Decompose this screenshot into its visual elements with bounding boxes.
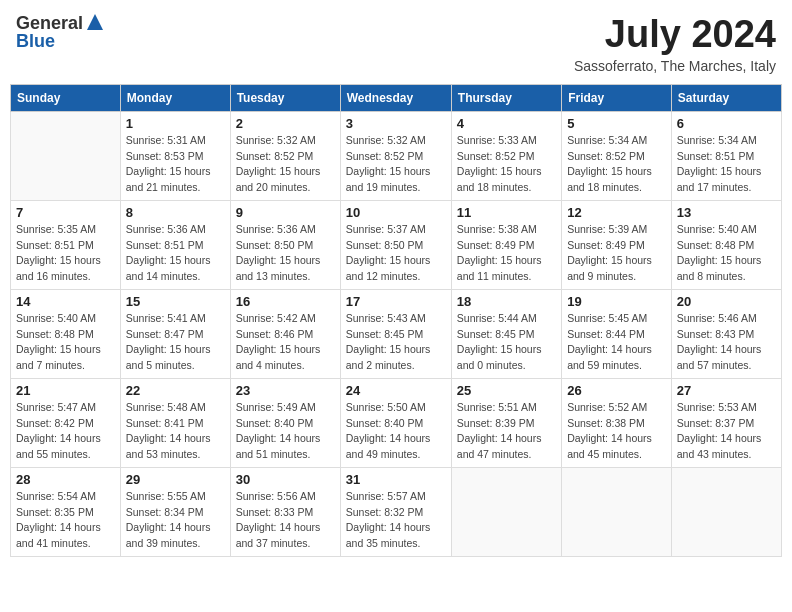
calendar-cell xyxy=(562,467,672,556)
day-number: 30 xyxy=(236,472,335,487)
calendar-cell: 7Sunrise: 5:35 AM Sunset: 8:51 PM Daylig… xyxy=(11,200,121,289)
day-number: 17 xyxy=(346,294,446,309)
day-number: 28 xyxy=(16,472,115,487)
day-number: 31 xyxy=(346,472,446,487)
day-detail: Sunrise: 5:48 AM Sunset: 8:41 PM Dayligh… xyxy=(126,400,225,463)
calendar-week-row: 21Sunrise: 5:47 AM Sunset: 8:42 PM Dayli… xyxy=(11,378,782,467)
calendar-cell xyxy=(671,467,781,556)
calendar-cell: 22Sunrise: 5:48 AM Sunset: 8:41 PM Dayli… xyxy=(120,378,230,467)
day-detail: Sunrise: 5:50 AM Sunset: 8:40 PM Dayligh… xyxy=(346,400,446,463)
calendar-cell: 26Sunrise: 5:52 AM Sunset: 8:38 PM Dayli… xyxy=(562,378,672,467)
day-number: 14 xyxy=(16,294,115,309)
column-header-tuesday: Tuesday xyxy=(230,84,340,111)
calendar-cell xyxy=(11,111,121,200)
logo-blue: Blue xyxy=(16,32,105,50)
day-number: 10 xyxy=(346,205,446,220)
day-detail: Sunrise: 5:49 AM Sunset: 8:40 PM Dayligh… xyxy=(236,400,335,463)
calendar-cell: 17Sunrise: 5:43 AM Sunset: 8:45 PM Dayli… xyxy=(340,289,451,378)
day-number: 13 xyxy=(677,205,776,220)
day-number: 26 xyxy=(567,383,666,398)
column-header-sunday: Sunday xyxy=(11,84,121,111)
page-header: General Blue July 2024 Sassoferrato, The… xyxy=(10,10,782,78)
calendar-cell: 13Sunrise: 5:40 AM Sunset: 8:48 PM Dayli… xyxy=(671,200,781,289)
calendar-cell: 12Sunrise: 5:39 AM Sunset: 8:49 PM Dayli… xyxy=(562,200,672,289)
day-detail: Sunrise: 5:32 AM Sunset: 8:52 PM Dayligh… xyxy=(236,133,335,196)
calendar-cell: 9Sunrise: 5:36 AM Sunset: 8:50 PM Daylig… xyxy=(230,200,340,289)
column-header-thursday: Thursday xyxy=(451,84,561,111)
calendar-cell: 1Sunrise: 5:31 AM Sunset: 8:53 PM Daylig… xyxy=(120,111,230,200)
calendar-cell: 10Sunrise: 5:37 AM Sunset: 8:50 PM Dayli… xyxy=(340,200,451,289)
day-number: 6 xyxy=(677,116,776,131)
calendar-cell: 14Sunrise: 5:40 AM Sunset: 8:48 PM Dayli… xyxy=(11,289,121,378)
day-detail: Sunrise: 5:43 AM Sunset: 8:45 PM Dayligh… xyxy=(346,311,446,374)
day-number: 23 xyxy=(236,383,335,398)
day-number: 3 xyxy=(346,116,446,131)
svg-marker-0 xyxy=(87,14,103,30)
day-detail: Sunrise: 5:52 AM Sunset: 8:38 PM Dayligh… xyxy=(567,400,666,463)
day-number: 27 xyxy=(677,383,776,398)
calendar-cell: 15Sunrise: 5:41 AM Sunset: 8:47 PM Dayli… xyxy=(120,289,230,378)
day-detail: Sunrise: 5:54 AM Sunset: 8:35 PM Dayligh… xyxy=(16,489,115,552)
calendar-cell: 18Sunrise: 5:44 AM Sunset: 8:45 PM Dayli… xyxy=(451,289,561,378)
day-number: 29 xyxy=(126,472,225,487)
day-detail: Sunrise: 5:39 AM Sunset: 8:49 PM Dayligh… xyxy=(567,222,666,285)
day-detail: Sunrise: 5:53 AM Sunset: 8:37 PM Dayligh… xyxy=(677,400,776,463)
calendar-cell: 2Sunrise: 5:32 AM Sunset: 8:52 PM Daylig… xyxy=(230,111,340,200)
day-detail: Sunrise: 5:47 AM Sunset: 8:42 PM Dayligh… xyxy=(16,400,115,463)
calendar-week-row: 1Sunrise: 5:31 AM Sunset: 8:53 PM Daylig… xyxy=(11,111,782,200)
day-detail: Sunrise: 5:34 AM Sunset: 8:52 PM Dayligh… xyxy=(567,133,666,196)
day-number: 8 xyxy=(126,205,225,220)
day-number: 20 xyxy=(677,294,776,309)
month-year: July 2024 xyxy=(574,14,776,56)
day-detail: Sunrise: 5:42 AM Sunset: 8:46 PM Dayligh… xyxy=(236,311,335,374)
day-detail: Sunrise: 5:57 AM Sunset: 8:32 PM Dayligh… xyxy=(346,489,446,552)
day-number: 11 xyxy=(457,205,556,220)
day-detail: Sunrise: 5:55 AM Sunset: 8:34 PM Dayligh… xyxy=(126,489,225,552)
calendar-cell: 24Sunrise: 5:50 AM Sunset: 8:40 PM Dayli… xyxy=(340,378,451,467)
calendar-cell: 31Sunrise: 5:57 AM Sunset: 8:32 PM Dayli… xyxy=(340,467,451,556)
logo-icon xyxy=(85,12,105,32)
calendar-cell: 29Sunrise: 5:55 AM Sunset: 8:34 PM Dayli… xyxy=(120,467,230,556)
calendar-cell: 21Sunrise: 5:47 AM Sunset: 8:42 PM Dayli… xyxy=(11,378,121,467)
logo-text: General Blue xyxy=(16,14,105,50)
calendar-cell: 20Sunrise: 5:46 AM Sunset: 8:43 PM Dayli… xyxy=(671,289,781,378)
day-detail: Sunrise: 5:51 AM Sunset: 8:39 PM Dayligh… xyxy=(457,400,556,463)
day-detail: Sunrise: 5:45 AM Sunset: 8:44 PM Dayligh… xyxy=(567,311,666,374)
calendar-header-row: SundayMondayTuesdayWednesdayThursdayFrid… xyxy=(11,84,782,111)
calendar-cell: 28Sunrise: 5:54 AM Sunset: 8:35 PM Dayli… xyxy=(11,467,121,556)
day-detail: Sunrise: 5:31 AM Sunset: 8:53 PM Dayligh… xyxy=(126,133,225,196)
calendar-cell: 23Sunrise: 5:49 AM Sunset: 8:40 PM Dayli… xyxy=(230,378,340,467)
day-number: 16 xyxy=(236,294,335,309)
day-detail: Sunrise: 5:38 AM Sunset: 8:49 PM Dayligh… xyxy=(457,222,556,285)
column-header-friday: Friday xyxy=(562,84,672,111)
calendar-cell: 27Sunrise: 5:53 AM Sunset: 8:37 PM Dayli… xyxy=(671,378,781,467)
calendar-cell: 3Sunrise: 5:32 AM Sunset: 8:52 PM Daylig… xyxy=(340,111,451,200)
logo-general: General xyxy=(16,14,83,32)
day-detail: Sunrise: 5:36 AM Sunset: 8:51 PM Dayligh… xyxy=(126,222,225,285)
location: Sassoferrato, The Marches, Italy xyxy=(574,58,776,74)
calendar-week-row: 7Sunrise: 5:35 AM Sunset: 8:51 PM Daylig… xyxy=(11,200,782,289)
column-header-saturday: Saturday xyxy=(671,84,781,111)
day-detail: Sunrise: 5:46 AM Sunset: 8:43 PM Dayligh… xyxy=(677,311,776,374)
day-number: 4 xyxy=(457,116,556,131)
column-header-monday: Monday xyxy=(120,84,230,111)
day-detail: Sunrise: 5:36 AM Sunset: 8:50 PM Dayligh… xyxy=(236,222,335,285)
calendar-week-row: 14Sunrise: 5:40 AM Sunset: 8:48 PM Dayli… xyxy=(11,289,782,378)
column-header-wednesday: Wednesday xyxy=(340,84,451,111)
calendar-cell: 19Sunrise: 5:45 AM Sunset: 8:44 PM Dayli… xyxy=(562,289,672,378)
day-detail: Sunrise: 5:35 AM Sunset: 8:51 PM Dayligh… xyxy=(16,222,115,285)
calendar-cell: 8Sunrise: 5:36 AM Sunset: 8:51 PM Daylig… xyxy=(120,200,230,289)
calendar-cell: 5Sunrise: 5:34 AM Sunset: 8:52 PM Daylig… xyxy=(562,111,672,200)
day-number: 7 xyxy=(16,205,115,220)
day-number: 2 xyxy=(236,116,335,131)
calendar-cell: 16Sunrise: 5:42 AM Sunset: 8:46 PM Dayli… xyxy=(230,289,340,378)
calendar-week-row: 28Sunrise: 5:54 AM Sunset: 8:35 PM Dayli… xyxy=(11,467,782,556)
calendar-cell: 4Sunrise: 5:33 AM Sunset: 8:52 PM Daylig… xyxy=(451,111,561,200)
day-number: 1 xyxy=(126,116,225,131)
calendar-cell: 25Sunrise: 5:51 AM Sunset: 8:39 PM Dayli… xyxy=(451,378,561,467)
calendar-cell xyxy=(451,467,561,556)
calendar-cell: 30Sunrise: 5:56 AM Sunset: 8:33 PM Dayli… xyxy=(230,467,340,556)
day-number: 15 xyxy=(126,294,225,309)
day-detail: Sunrise: 5:32 AM Sunset: 8:52 PM Dayligh… xyxy=(346,133,446,196)
logo: General Blue xyxy=(16,14,105,50)
